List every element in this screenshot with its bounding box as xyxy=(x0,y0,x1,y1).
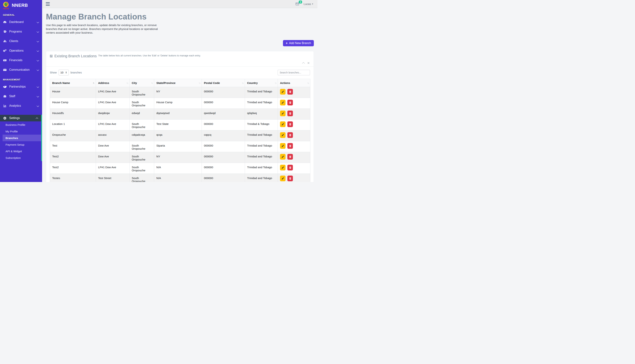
add-new-branch-button[interactable]: + Add New Branch xyxy=(283,40,314,46)
chevron-down-icon xyxy=(37,86,39,88)
delete-branch-button[interactable] xyxy=(287,100,293,106)
topbar: 0 Lucas ▾ xyxy=(42,0,318,8)
delete-branch-button[interactable] xyxy=(287,154,293,160)
brand[interactable]: NNERB NNERB xyxy=(0,0,42,11)
edit-branch-button[interactable] xyxy=(280,143,286,149)
page-description: Use this page to add new branch location… xyxy=(46,23,162,35)
nnerb-logo-icon: NNERB xyxy=(2,1,10,10)
page-content: Manage Branch Locations Use this page to… xyxy=(42,8,318,182)
edit-branch-button[interactable] xyxy=(280,132,286,138)
bar-chart-icon xyxy=(3,104,7,108)
user-menu[interactable]: Lucas ▾ xyxy=(304,2,313,6)
cell-postal: cqqcq xyxy=(202,130,245,141)
column-header-address[interactable]: Address ↑↓ xyxy=(96,79,130,87)
cell-state: N/A xyxy=(154,163,202,174)
edit-branch-button[interactable] xyxy=(280,165,286,170)
edit-branch-button[interactable] xyxy=(280,89,286,94)
cell-city: edwqd xyxy=(130,108,154,119)
sort-desc-icon: ↓ xyxy=(127,82,128,84)
sidebar-item-programs[interactable]: Programs xyxy=(0,27,42,36)
edit-branch-button[interactable] xyxy=(280,176,286,181)
trash-icon xyxy=(289,177,292,180)
section-label-general: GENERAL xyxy=(0,11,42,17)
cell-actions xyxy=(278,141,310,152)
sidebar-item-branches[interactable]: Branches xyxy=(3,134,41,141)
table-row: Location 1 LP#1 Dow Ave South Oropouche … xyxy=(50,119,310,130)
edit-branch-button[interactable] xyxy=(280,122,286,127)
edit-branch-button[interactable] xyxy=(280,154,286,160)
column-header-country[interactable]: Country ↑↓ xyxy=(245,79,278,87)
cell-branch-name: House xyxy=(50,87,96,98)
cell-address: Test Street xyxy=(96,174,130,182)
cell-country: Trinidad and Tobago xyxy=(245,163,278,174)
column-header-state[interactable]: State/Province ↑↓ xyxy=(154,79,202,87)
pencil-icon xyxy=(282,134,284,136)
chevron-down-icon xyxy=(37,104,39,107)
users-icon xyxy=(3,40,7,43)
sidebar-item-label: Settings xyxy=(9,116,20,120)
pencil-icon xyxy=(282,123,284,126)
user-name: Lucas xyxy=(304,2,311,6)
card-title: Existing Branch Locations xyxy=(54,54,97,58)
cell-branch-name: Test2 xyxy=(50,152,96,163)
delete-branch-button[interactable] xyxy=(287,122,293,127)
search-input[interactable] xyxy=(278,70,310,75)
delete-branch-button[interactable] xyxy=(287,165,293,170)
collapse-card-button[interactable] xyxy=(302,62,305,65)
sidebar-item-label: Communication xyxy=(9,68,30,72)
branches-unit-label: branches xyxy=(71,71,82,74)
sidebar-item-analytics[interactable]: Analytics xyxy=(0,101,42,110)
trash-icon xyxy=(289,90,292,93)
hamburger-menu-icon[interactable] xyxy=(45,2,51,6)
column-header-branch-name[interactable]: Branch Name ↑↓ xyxy=(50,79,96,87)
sidebar-item-clients[interactable]: Clients xyxy=(0,36,42,46)
sidebar-item-subscription[interactable]: Subscription xyxy=(0,154,41,161)
sidebar-item-business-profile[interactable]: Business Profile xyxy=(0,122,41,128)
select-stepper-icon: ▲▼ xyxy=(66,72,67,74)
delete-branch-button[interactable] xyxy=(287,89,293,94)
cell-address: ascasc xyxy=(96,130,130,141)
sidebar-item-financials[interactable]: Financials xyxy=(0,56,42,65)
gears-icon xyxy=(3,49,7,52)
column-header-city[interactable]: City ↑↓ xyxy=(130,79,154,87)
sidebar-item-label: Analytics xyxy=(9,104,21,108)
delete-branch-button[interactable] xyxy=(287,110,293,116)
delete-branch-button[interactable] xyxy=(287,176,293,181)
sort-desc-icon: ↓ xyxy=(276,82,277,84)
sidebar-item-api-widget[interactable]: API & Widget xyxy=(0,148,41,154)
chevron-down-icon xyxy=(37,50,39,52)
cell-postal: 000000 xyxy=(202,119,245,130)
sidebar-item-label: Operations xyxy=(9,49,24,52)
edit-branch-button[interactable] xyxy=(280,100,286,106)
sidebar-item-partnerships[interactable]: Partnerships xyxy=(0,82,42,92)
trash-icon xyxy=(289,112,292,115)
cell-branch-name: Test xyxy=(50,141,96,152)
sidebar-item-dashboard[interactable]: Dashboard xyxy=(0,17,42,27)
briefcase-icon xyxy=(3,94,7,98)
delete-branch-button[interactable] xyxy=(287,132,293,138)
table-icon xyxy=(50,54,53,58)
sidebar-item-my-profile[interactable]: My Profile xyxy=(0,128,41,134)
page-actions-row: + Add New Branch xyxy=(46,40,314,46)
sidebar-item-operations[interactable]: Operations xyxy=(0,46,42,56)
sidebar-item-payment-setup[interactable]: Payment Setup xyxy=(0,141,41,148)
cell-branch-name: House Camp xyxy=(50,98,96,108)
delete-branch-button[interactable] xyxy=(287,143,293,149)
cell-actions xyxy=(278,98,310,108)
edit-branch-button[interactable] xyxy=(280,110,286,116)
sidebar-item-staff[interactable]: Staff xyxy=(0,92,42,101)
column-header-actions[interactable]: Actions ↑↓ xyxy=(278,79,310,87)
page-size-select[interactable]: 10 ▲▼ xyxy=(59,70,69,76)
cell-city: South Oropouche xyxy=(130,87,154,98)
sidebar-nav: GENERAL Dashboard Programs Clients Opera… xyxy=(0,11,42,161)
close-card-button[interactable]: × xyxy=(307,62,310,64)
topbar-right: 0 Lucas ▾ xyxy=(295,2,313,6)
sidebar-item-communication[interactable]: Communication xyxy=(0,65,42,74)
column-header-postal-code[interactable]: Postal Code ↑↓ xyxy=(202,79,245,87)
cell-country: qdqdwq xyxy=(245,108,278,119)
table-row: Oropouche ascasc cdqadcxqa qcqa cqqcq Tr… xyxy=(50,130,310,141)
messages-button[interactable]: 0 xyxy=(295,2,300,6)
table-row: Test2 Dow Ave South Oropouche NY 000000 … xyxy=(50,152,310,163)
graduation-cap-icon xyxy=(3,30,7,34)
sidebar-item-settings[interactable]: Settings xyxy=(0,115,41,122)
